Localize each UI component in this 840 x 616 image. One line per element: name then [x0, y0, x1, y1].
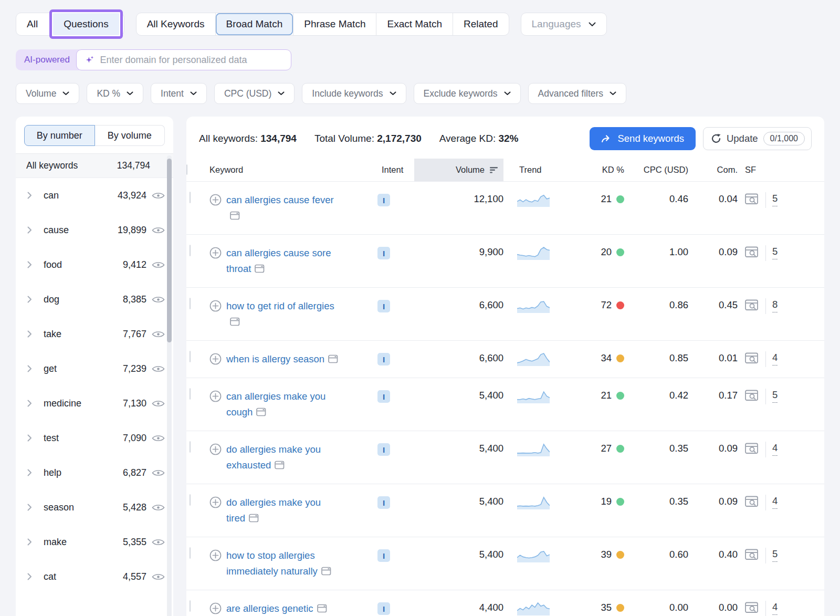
- serp-preview-icon[interactable]: [745, 602, 759, 616]
- serp-page-icon[interactable]: [328, 352, 338, 368]
- sf-count[interactable]: 5: [772, 389, 778, 403]
- tab-questions[interactable]: Questions: [53, 13, 119, 35]
- add-keyword-icon[interactable]: [209, 300, 222, 312]
- keyword-link[interactable]: do allergies make you tired: [226, 495, 341, 527]
- serp-preview-icon[interactable]: [745, 246, 759, 261]
- filter-intent[interactable]: Intent: [151, 83, 207, 104]
- keyword-link[interactable]: can allergies cause sore throat: [226, 245, 341, 278]
- add-keyword-icon[interactable]: [209, 549, 222, 561]
- serp-page-icon[interactable]: [230, 209, 240, 225]
- filter-include-keywords[interactable]: Include keywords: [302, 83, 406, 104]
- add-keyword-icon[interactable]: [209, 247, 222, 259]
- serp-preview-icon[interactable]: [745, 299, 759, 314]
- column-volume[interactable]: Volume: [414, 159, 503, 181]
- eye-icon[interactable]: [152, 364, 165, 373]
- domain-input[interactable]: [100, 55, 282, 66]
- filter-kd[interactable]: KD %: [87, 83, 143, 104]
- serp-preview-icon[interactable]: [745, 352, 759, 367]
- row-checkbox[interactable]: [190, 494, 191, 506]
- serp-preview-icon[interactable]: [745, 496, 759, 510]
- sf-count[interactable]: 4: [772, 442, 778, 456]
- tab-all[interactable]: All: [16, 13, 48, 35]
- add-keyword-icon[interactable]: [209, 496, 222, 508]
- serp-preview-icon[interactable]: [745, 549, 759, 563]
- add-keyword-icon[interactable]: [209, 443, 222, 455]
- eye-icon[interactable]: [152, 503, 165, 512]
- serp-page-icon[interactable]: [321, 565, 331, 580]
- sf-count[interactable]: 4: [772, 601, 778, 615]
- row-checkbox[interactable]: [190, 441, 191, 453]
- sf-count[interactable]: 8: [772, 299, 778, 312]
- send-keywords-button[interactable]: Send keywords: [590, 127, 695, 150]
- row-checkbox[interactable]: [190, 245, 191, 256]
- serp-page-icon[interactable]: [256, 405, 266, 421]
- eye-icon[interactable]: [152, 295, 165, 304]
- keyword-link[interactable]: how to stop allergies immediately natura…: [226, 548, 341, 580]
- sf-count[interactable]: 5: [772, 246, 778, 259]
- eye-icon[interactable]: [152, 399, 165, 408]
- select-all-checkbox[interactable]: [186, 164, 187, 175]
- filter-exclude-keywords[interactable]: Exclude keywords: [414, 83, 521, 104]
- add-keyword-icon[interactable]: [209, 602, 222, 614]
- row-checkbox[interactable]: [190, 298, 191, 309]
- sf-count[interactable]: 4: [772, 495, 778, 509]
- column-com[interactable]: Com.: [703, 159, 745, 181]
- tab-related[interactable]: Related: [453, 13, 509, 35]
- keyword-link[interactable]: can allergies cause fever: [226, 192, 341, 225]
- sidebar-group-item[interactable]: make 5,355: [16, 525, 173, 559]
- keyword-link[interactable]: are allergies genetic: [226, 601, 327, 616]
- serp-page-icon[interactable]: [230, 315, 240, 331]
- sidebar-scrollbar-thumb[interactable]: [167, 159, 172, 342]
- add-keyword-icon[interactable]: [209, 390, 222, 402]
- eye-icon[interactable]: [152, 191, 165, 200]
- sf-count[interactable]: 4: [772, 352, 778, 366]
- filter-advanced[interactable]: Advanced filters: [528, 83, 627, 104]
- keyword-link[interactable]: can allergies make you cough: [226, 389, 341, 421]
- eye-icon[interactable]: [152, 434, 165, 443]
- sidebar-group-item[interactable]: food 9,412: [16, 247, 173, 282]
- tab-phrase-match[interactable]: Phrase Match: [293, 13, 376, 35]
- sidebar-group-item[interactable]: season 5,428: [16, 490, 173, 525]
- by-volume-button[interactable]: By volume: [95, 125, 165, 146]
- all-keywords-row[interactable]: All keywords 134,794: [16, 154, 173, 178]
- update-button[interactable]: Update 0/1,000: [703, 127, 812, 150]
- tab-broad-match[interactable]: Broad Match: [216, 13, 293, 35]
- sidebar-group-item[interactable]: dog 8,385: [16, 282, 173, 317]
- row-checkbox[interactable]: [190, 351, 191, 362]
- column-kd[interactable]: KD %: [577, 159, 624, 181]
- tab-all-keywords[interactable]: All Keywords: [136, 13, 215, 35]
- sidebar-group-item[interactable]: medicine 7,130: [16, 386, 173, 421]
- row-checkbox[interactable]: [190, 547, 191, 559]
- serp-page-icon[interactable]: [275, 458, 285, 474]
- eye-icon[interactable]: [152, 538, 165, 547]
- languages-dropdown[interactable]: Languages: [521, 13, 607, 36]
- keyword-link[interactable]: when is allergy season: [226, 351, 338, 368]
- filter-cpc[interactable]: CPC (USD): [214, 83, 295, 104]
- keyword-link[interactable]: do allergies make you exhausted: [226, 442, 341, 474]
- serp-page-icon[interactable]: [255, 262, 265, 278]
- sidebar-group-item[interactable]: test 7,090: [16, 421, 173, 455]
- eye-icon[interactable]: [152, 226, 165, 235]
- filter-volume[interactable]: Volume: [16, 83, 79, 104]
- tab-exact-match[interactable]: Exact Match: [376, 13, 453, 35]
- eye-icon[interactable]: [152, 330, 165, 339]
- sidebar-group-item[interactable]: help 6,827: [16, 455, 173, 490]
- sidebar-group-item[interactable]: cat 4,557: [16, 559, 173, 594]
- row-checkbox[interactable]: [190, 388, 191, 400]
- row-checkbox[interactable]: [190, 192, 191, 203]
- by-number-button[interactable]: By number: [24, 125, 95, 146]
- sf-count[interactable]: 5: [772, 548, 778, 562]
- sidebar-group-item[interactable]: get 7,239: [16, 351, 173, 386]
- row-checkbox[interactable]: [190, 600, 191, 612]
- serp-preview-icon[interactable]: [745, 443, 759, 457]
- serp-page-icon[interactable]: [249, 511, 259, 527]
- add-keyword-icon[interactable]: [209, 353, 222, 365]
- column-cpc[interactable]: CPC (USD): [624, 159, 703, 181]
- sidebar-group-item[interactable]: take 7,767: [16, 317, 173, 351]
- eye-icon[interactable]: [152, 468, 165, 477]
- sidebar-group-item[interactable]: can 43,924: [16, 178, 173, 213]
- sf-count[interactable]: 5: [772, 193, 778, 206]
- serp-preview-icon[interactable]: [745, 193, 759, 208]
- sidebar-group-item[interactable]: cause 19,899: [16, 213, 173, 247]
- serp-page-icon[interactable]: [317, 602, 327, 616]
